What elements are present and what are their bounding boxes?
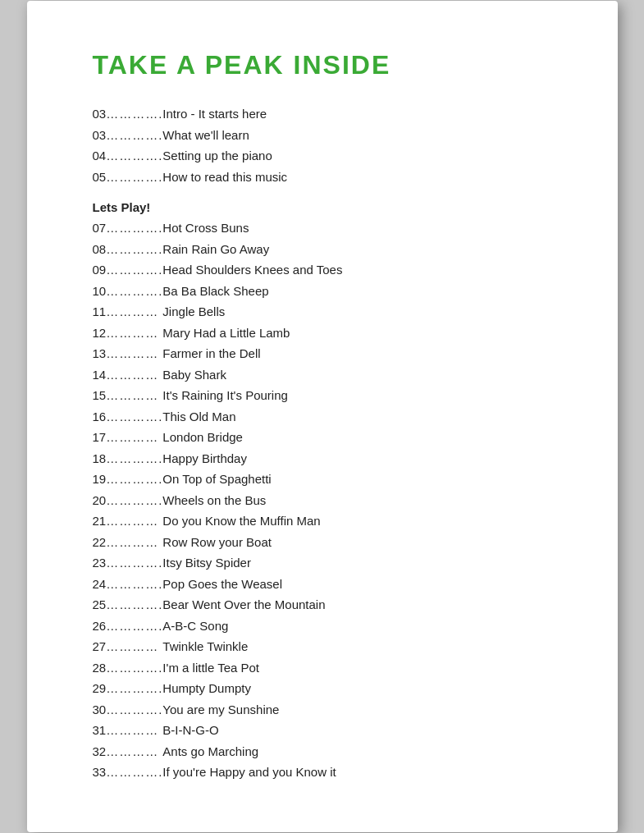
toc-intro-item: 03………….Intro - It starts here [93,103,560,125]
toc-song-item: 20………….Wheels on the Bus [93,490,560,511]
toc-song-item: 27………… Twinkle Twinkle [93,636,560,657]
toc-song-item: 18………….Happy Birthday [93,448,560,469]
toc-song-item: 21………… Do you Know the Muffin Man [93,510,560,532]
toc-song-item: 10………….Ba Ba Black Sheep [93,281,560,302]
toc-song-item: 31………… B-I-N-G-O [93,720,560,741]
toc-song-item: 33………….If you're Happy and you Know it [93,762,560,783]
toc-song-item: 28………….I'm a little Tea Pot [93,657,560,679]
toc-song-item: 32………… Ants go Marching [93,741,560,762]
toc-song-item: 23………….Itsy Bitsy Spider [93,552,560,574]
toc-song-item: 13………… Farmer in the Dell [93,343,560,364]
toc-song-item: 17………… London Bridge [93,427,560,448]
toc-song-item: 09………….Head Shoulders Knees and Toes [93,259,560,281]
toc-song-item: 07………….Hot Cross Buns [93,217,560,239]
page-title: TAKE A PEAK INSIDE [93,50,560,80]
toc-song-item: 12………… Mary Had a Little Lamb [93,323,560,344]
toc-song-item: 19………….On Top of Spaghetti [93,469,560,490]
page: TAKE A PEAK INSIDE 03………….Intro - It sta… [27,1,618,832]
toc-intro-item: 05………….How to read this music [93,167,560,188]
toc-intro-item: 03………….What we'll learn [93,125,560,146]
toc-song-item: 16………….This Old Man [93,406,560,428]
songs-list: 07………….Hot Cross Buns08………….Rain Rain Go… [93,217,560,783]
toc-song-item: 11………… Jingle Bells [93,301,560,323]
toc-song-item: 24………….Pop Goes the Weasel [93,574,560,595]
toc-song-item: 08………….Rain Rain Go Away [93,239,560,260]
toc-song-item: 26………….A-B-C Song [93,616,560,637]
intro-list: 03………….Intro - It starts here03………….What… [93,103,560,187]
toc-song-item: 29………….Humpty Dumpty [93,678,560,699]
toc-intro-item: 04………….Setting up the piano [93,145,560,167]
toc-song-item: 30………….You are my Sunshine [93,699,560,721]
toc-song-item: 15………… It's Raining It's Pouring [93,385,560,406]
toc-song-item: 22………… Row Row your Boat [93,532,560,553]
toc-song-item: 25………….Bear Went Over the Mountain [93,594,560,616]
section-label: Lets Play! [93,200,560,214]
toc-song-item: 14………… Baby Shark [93,364,560,386]
